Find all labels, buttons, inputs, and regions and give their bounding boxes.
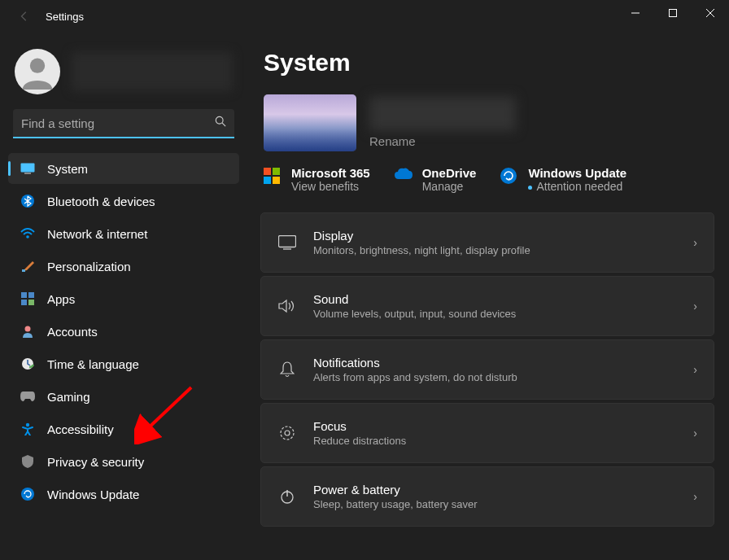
svg-rect-14 (21, 300, 27, 305)
user-block[interactable] (8, 41, 239, 109)
svg-point-19 (21, 488, 34, 501)
sidebar-item-personalization[interactable]: Personalization (8, 251, 239, 282)
focus-icon (277, 423, 297, 443)
bluetooth-icon (20, 193, 36, 209)
nav-label: Bluetooth & devices (47, 195, 155, 208)
m365-icon (264, 168, 282, 186)
svg-point-5 (216, 116, 223, 124)
clock-icon (20, 356, 36, 372)
svg-point-27 (281, 427, 294, 440)
chevron-right-icon: › (693, 427, 697, 440)
device-name-redacted (369, 97, 516, 131)
wifi-icon (20, 225, 36, 242)
avatar (15, 49, 60, 94)
user-name-redacted (72, 52, 233, 91)
setting-sound[interactable]: Sound Volume levels, output, input, soun… (260, 276, 714, 336)
service-title: Windows Update (528, 166, 626, 180)
svg-rect-15 (28, 300, 34, 305)
nav-label: Privacy & security (47, 455, 144, 469)
chevron-right-icon: › (693, 490, 697, 503)
service-title: Microsoft 365 (291, 166, 370, 180)
system-icon (20, 160, 36, 177)
bell-icon (277, 360, 297, 379)
setting-display[interactable]: Display Monitors, brightness, night ligh… (260, 212, 714, 273)
service-sub: View benefits (291, 180, 370, 193)
setting-title: Notifications (313, 356, 693, 370)
sidebar-item-bluetooth[interactable]: Bluetooth & devices (8, 186, 239, 217)
svg-rect-21 (273, 168, 280, 175)
maximize-button[interactable] (654, 0, 692, 26)
display-icon (277, 233, 297, 252)
sidebar-item-network[interactable]: Network & internet (8, 218, 239, 249)
search-icon (215, 116, 226, 130)
sidebar-item-apps[interactable]: Apps (8, 283, 239, 314)
svg-rect-11 (22, 269, 25, 272)
search-box[interactable] (13, 109, 234, 138)
svg-rect-25 (279, 236, 296, 247)
setting-focus[interactable]: Focus Reduce distractions › (260, 403, 714, 463)
rename-link[interactable]: Rename (369, 134, 416, 148)
service-sub: Manage (422, 180, 477, 193)
chevron-right-icon: › (693, 300, 697, 313)
back-button[interactable] (8, 0, 41, 33)
service-m365[interactable]: Microsoft 365 View benefits (264, 166, 370, 193)
svg-rect-22 (264, 177, 271, 184)
svg-rect-20 (264, 168, 271, 175)
window-title: Settings (46, 11, 84, 23)
sidebar-item-gaming[interactable]: Gaming (8, 381, 239, 412)
nav-label: Gaming (47, 390, 90, 404)
setting-title: Display (313, 229, 693, 243)
nav-label: Accounts (47, 325, 98, 339)
setting-title: Power & battery (313, 483, 693, 497)
shield-icon (20, 453, 36, 470)
svg-point-28 (285, 431, 290, 435)
sidebar-item-time[interactable]: Time & language (8, 348, 239, 379)
nav-label: Personalization (47, 260, 131, 273)
service-sub: Attention needed (528, 180, 626, 193)
nav-label: Apps (47, 292, 75, 306)
settings-list: Display Monitors, brightness, night ligh… (260, 212, 714, 527)
sidebar-item-accounts[interactable]: Accounts (8, 316, 239, 347)
setting-power[interactable]: Power & battery Sleep, battery usage, ba… (260, 466, 714, 527)
sidebar-item-system[interactable]: System (8, 153, 239, 184)
services-row: Microsoft 365 View benefits OneDrive Man… (264, 166, 714, 193)
setting-sub: Volume levels, output, input, sound devi… (313, 308, 693, 320)
brush-icon (20, 258, 36, 274)
sound-icon (277, 296, 297, 316)
sidebar-item-update[interactable]: Windows Update (8, 479, 239, 510)
minimize-button[interactable] (617, 0, 654, 26)
setting-sub: Monitors, brightness, night light, displ… (313, 244, 693, 256)
nav-list: System Bluetooth & devices Network & int… (8, 153, 239, 510)
chevron-right-icon: › (693, 363, 697, 376)
titlebar: Settings (0, 0, 729, 33)
service-onedrive[interactable]: OneDrive Manage (395, 166, 477, 193)
svg-rect-12 (21, 292, 27, 298)
close-button[interactable] (692, 0, 729, 26)
setting-notifications[interactable]: Notifications Alerts from apps and syste… (260, 339, 714, 400)
sidebar: System Bluetooth & devices Network & int… (0, 33, 252, 560)
nav-label: System (47, 162, 88, 176)
update-icon (20, 486, 36, 502)
nav-label: Windows Update (47, 488, 139, 501)
apps-icon (20, 291, 36, 307)
sidebar-item-privacy[interactable]: Privacy & security (8, 446, 239, 477)
chevron-right-icon: › (693, 236, 697, 249)
setting-title: Sound (313, 292, 693, 306)
nav-label: Accessibility (47, 422, 114, 436)
device-block: Rename (264, 94, 714, 151)
setting-title: Focus (313, 419, 693, 433)
svg-point-24 (500, 168, 517, 184)
setting-sub: Sleep, battery usage, battery saver (313, 498, 693, 510)
svg-rect-8 (24, 173, 31, 174)
sidebar-item-accessibility[interactable]: Accessibility (8, 413, 239, 444)
windows-update-icon (500, 168, 518, 186)
search-input[interactable] (21, 116, 215, 130)
svg-rect-13 (28, 292, 34, 298)
setting-sub: Alerts from apps and system, do not dist… (313, 371, 693, 383)
device-wallpaper-thumb[interactable] (264, 94, 356, 151)
service-title: OneDrive (422, 166, 477, 180)
nav-label: Time & language (47, 357, 139, 371)
svg-point-4 (30, 59, 45, 73)
setting-sub: Reduce distractions (313, 435, 693, 447)
service-windows-update[interactable]: Windows Update Attention needed (500, 166, 626, 193)
